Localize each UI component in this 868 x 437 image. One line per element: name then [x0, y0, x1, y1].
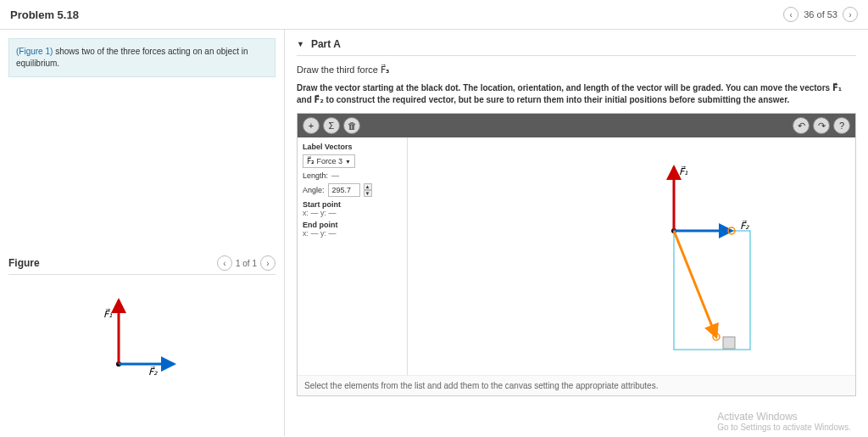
svg-text:F⃗₁: F⃗₁	[679, 165, 688, 176]
svg-rect-12	[723, 337, 735, 349]
figure-heading: Figure	[8, 257, 40, 269]
collapse-icon[interactable]: ▼	[297, 40, 304, 48]
start-point-label: Start point	[303, 200, 402, 209]
figure-link[interactable]: (Figure 1)	[16, 47, 53, 56]
next-figure-button[interactable]: ›	[260, 255, 275, 271]
chevron-down-icon: ▼	[345, 159, 351, 165]
help-button[interactable]: ?	[833, 117, 850, 134]
next-problem-button[interactable]: ›	[843, 7, 858, 22]
prev-figure-button[interactable]: ‹	[217, 255, 232, 271]
drawing-canvas[interactable]: F⃗₁ F⃗₂	[408, 137, 855, 375]
vector-control-panel: Label Vectors F⃗₃ Force 3▼ Length: — Ang…	[298, 137, 408, 375]
angle-label: Angle:	[303, 186, 325, 194]
angle-input[interactable]: 295.7	[328, 183, 360, 197]
figure-page-indicator: 1 of 1	[236, 259, 257, 268]
hint-text: Select the elements from the list and ad…	[298, 375, 855, 395]
end-point-label: End point	[303, 221, 402, 229]
vector-select[interactable]: F⃗₃ Force 3▼	[303, 154, 355, 168]
angle-stepper[interactable]: ▲▼	[364, 183, 372, 197]
part-prompt: Draw the third force F⃗₃	[297, 64, 856, 76]
svg-line-10	[674, 231, 716, 337]
label-vectors-heading: Label Vectors	[303, 143, 402, 151]
svg-rect-3	[674, 231, 750, 350]
problem-pager: ‹ 36 of 53 ›	[783, 7, 858, 22]
add-vector-button[interactable]: +	[303, 117, 320, 134]
vector-workspace: + Σ 🗑 ↶ ↷ ? Label Vectors F⃗₃ Force 3▼	[297, 113, 856, 396]
problem-title: Problem 5.18	[10, 8, 79, 21]
undo-button[interactable]: ↶	[793, 117, 810, 134]
part-instruction: Draw the vector starting at the black do…	[297, 82, 856, 106]
page-indicator: 36 of 53	[804, 9, 837, 20]
figure-diagram: F⃗₁ F⃗₂	[8, 275, 275, 394]
f2-label: F⃗₂	[148, 366, 158, 377]
workspace-toolbar: + Σ 🗑 ↶ ↷ ?	[298, 114, 855, 137]
end-point-value: x: — y: —	[303, 229, 402, 238]
part-label: Part A	[311, 38, 341, 50]
sum-button[interactable]: Σ	[323, 117, 340, 134]
length-label: Length:	[303, 171, 328, 180]
start-point-value: x: — y: —	[303, 209, 402, 217]
svg-text:F⃗₂: F⃗₂	[740, 220, 749, 231]
f1-label: F⃗₁	[103, 308, 113, 319]
length-value: —	[331, 171, 339, 180]
figure-description: (Figure 1) shows two of the three forces…	[8, 38, 275, 77]
prev-problem-button[interactable]: ‹	[783, 7, 798, 22]
delete-button[interactable]: 🗑	[343, 117, 360, 134]
redo-button[interactable]: ↷	[813, 117, 830, 134]
